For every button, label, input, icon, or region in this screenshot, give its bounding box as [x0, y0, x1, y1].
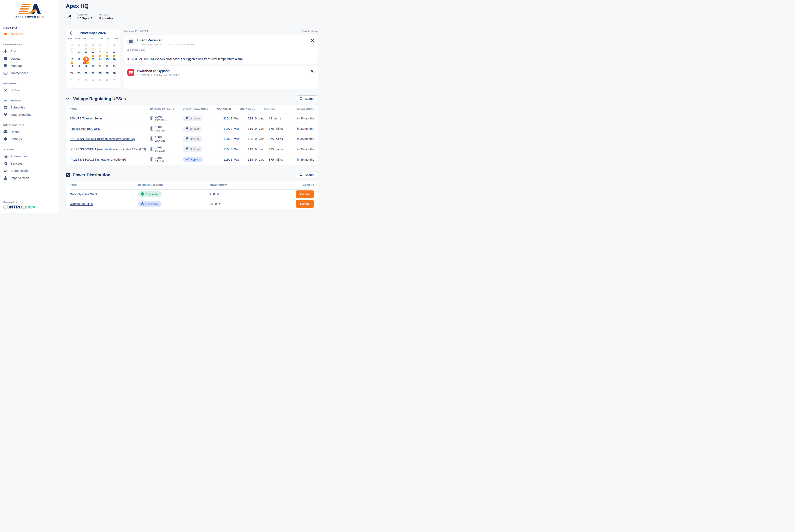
- calendar-day[interactable]: 18: [75, 63, 82, 71]
- sidebar-item-authentication[interactable]: Authentication: [0, 167, 59, 174]
- sidebar-site-title: Apex HQ: [3, 26, 56, 30]
- calendar-day[interactable]: 6: [103, 77, 111, 84]
- calendar-day[interactable]: 30: [111, 70, 118, 77]
- calendar-day[interactable]: 1: [68, 77, 75, 84]
- chevron-left-icon: [70, 32, 72, 35]
- version-value: 1.0.9-pre.2: [77, 17, 92, 20]
- calendar-day[interactable]: 4: [90, 77, 96, 84]
- column-header: ACTIONS: [287, 184, 314, 186]
- calendar-day[interactable]: 1216: [82, 57, 90, 63]
- calendar-day[interactable]: 22: [103, 63, 111, 71]
- close-icon[interactable]: [310, 69, 315, 74]
- calendar-day[interactable]: 3: [68, 50, 75, 57]
- sidebar-footer: Powered by CONTROLenvy: [0, 201, 59, 213]
- ups-name-link[interactable]: IP .253 SN 300016T (shows error code: tP…: [70, 158, 126, 161]
- sidebar-item-load-shedding[interactable]: Load Shedding: [0, 111, 59, 118]
- calendar-day[interactable]: 31!: [96, 43, 103, 50]
- powered-by-label: Powered by: [3, 201, 56, 204]
- calendar-day-number: 28: [97, 70, 103, 76]
- day-header: MON: [74, 37, 81, 39]
- replacement-value: in 35 months: [284, 158, 314, 161]
- calendar-day[interactable]: 2: [75, 77, 82, 84]
- calendar-day[interactable]: 292: [82, 43, 90, 50]
- calendar-day[interactable]: 9!: [111, 50, 118, 57]
- sidebar-item-schedules[interactable]: Schedules: [0, 104, 59, 111]
- calendar-day[interactable]: 13: [90, 57, 96, 63]
- calendar-day[interactable]: 19: [82, 63, 90, 71]
- sidebar-item-recent[interactable]: Recent: [0, 128, 59, 135]
- calendar-day[interactable]: 28: [96, 70, 103, 77]
- battery-level-icon: [150, 126, 153, 131]
- notification-time-range: 11/12/2024, 9:17:58 AM—11/12/2024, 9:17:…: [137, 43, 194, 46]
- sidebar-item-settings[interactable]: Settings: [0, 135, 59, 142]
- ups-search-button[interactable]: Search: [296, 95, 318, 102]
- calendar-day[interactable]: 27: [90, 70, 96, 77]
- sidebar-item-services[interactable]: Services: [0, 160, 59, 167]
- mode-label: On-Line: [190, 117, 200, 120]
- calendar-prev-button[interactable]: [68, 32, 73, 35]
- close-icon[interactable]: [310, 38, 315, 43]
- calendar-day-badges: 1: [99, 55, 101, 57]
- power-table-row: Wattbox-500-IP-5Reachable39.0 WControl: [70, 199, 314, 209]
- calendar-day[interactable]: 4: [75, 50, 82, 57]
- calendar-day[interactable]: 8!: [103, 50, 111, 57]
- calendar-day[interactable]: 21: [96, 63, 103, 71]
- sidebar-item-manage[interactable]: Manage: [0, 62, 59, 69]
- calendar-day[interactable]: 3: [82, 77, 90, 84]
- calendar-day[interactable]: 71: [96, 50, 103, 57]
- calendar-day[interactable]: 6!: [90, 50, 96, 57]
- gauge-icon: [3, 32, 8, 36]
- ups-name-link[interactable]: IP .125 SN 300258T (used to show error c…: [70, 137, 135, 140]
- controlenvy-control-text: CONTROL: [3, 205, 25, 209]
- sidebar-item-overview[interactable]: Overview: [0, 31, 59, 38]
- calendar-day[interactable]: 20: [90, 63, 96, 71]
- calendar-day[interactable]: 24: [68, 70, 75, 77]
- calendar-day-number: 19: [83, 63, 89, 69]
- power-table-body: Gude Systems GmbHConnected7.0 WControlWa…: [70, 190, 314, 209]
- calendar-day[interactable]: 30!: [90, 43, 96, 50]
- calendar-week-row: 3456!718!9!: [68, 50, 118, 57]
- ups-name-link[interactable]: IP .177 SN 300197T (used to show error c…: [70, 148, 146, 151]
- calendar-day[interactable]: 10!: [68, 57, 75, 63]
- calendar-day[interactable]: 14: [96, 57, 103, 63]
- calendar-day[interactable]: 17: [68, 63, 75, 71]
- calendar-day[interactable]: 27!: [68, 43, 75, 50]
- calendar-day[interactable]: 15: [103, 57, 111, 63]
- control-button[interactable]: Control: [296, 190, 314, 198]
- chat-bubble-icon: [127, 38, 134, 45]
- battery-level-icon: [150, 147, 153, 152]
- sidebar-item-outlets[interactable]: Outlets: [0, 55, 59, 62]
- uptime-label: UPTIME: [99, 14, 113, 16]
- calendar-day[interactable]: 1: [103, 43, 111, 50]
- sidebar-item-preferences[interactable]: Preferences: [0, 153, 59, 160]
- sidebar-item-maintenance[interactable]: Maintenance: [0, 69, 59, 77]
- calendar-day[interactable]: 26: [82, 70, 90, 77]
- calendar-day[interactable]: 25: [75, 70, 82, 77]
- ups-name-link[interactable]: 360 UPS Titanium Series: [70, 117, 103, 120]
- calendar-day[interactable]: 28: [75, 43, 82, 50]
- calendar-day[interactable]: 5: [96, 77, 103, 84]
- day-header: THU: [97, 37, 105, 39]
- sidebar-item-ip-scan[interactable]: IP Scan: [0, 87, 59, 94]
- power-draw-value: 7.0 W: [209, 192, 287, 196]
- notifications-divider: [151, 31, 295, 31]
- ups-name-link[interactable]: Innovolt INV-1000 UPS: [70, 127, 100, 130]
- control-button[interactable]: Control: [296, 200, 314, 208]
- sidebar-item-add[interactable]: Add: [0, 48, 59, 55]
- calendar-day[interactable]: 7: [111, 77, 118, 84]
- calendar-day[interactable]: 16: [111, 57, 118, 63]
- power-device-link[interactable]: Gude Systems GmbH: [70, 192, 98, 196]
- calendar-badge-amber: 1: [99, 55, 101, 57]
- calendar-badge-amber: !: [71, 61, 73, 64]
- sidebar-item-import-export[interactable]: Import/Export: [0, 174, 59, 182]
- calendar-day-badges: 16: [83, 61, 89, 64]
- calendar-day[interactable]: 11: [75, 57, 82, 63]
- power-device-link[interactable]: Wattbox-500-IP-5: [70, 202, 93, 206]
- calendar-day[interactable]: 2: [111, 43, 118, 50]
- calendar-day[interactable]: 23: [111, 63, 118, 71]
- power-search-button[interactable]: Search: [296, 172, 318, 178]
- calendar-day[interactable]: 5: [82, 50, 90, 57]
- mode-pill-bypass: Bypass: [183, 157, 203, 162]
- calendar-day[interactable]: 29: [103, 70, 111, 77]
- calendar-icon: [3, 105, 8, 110]
